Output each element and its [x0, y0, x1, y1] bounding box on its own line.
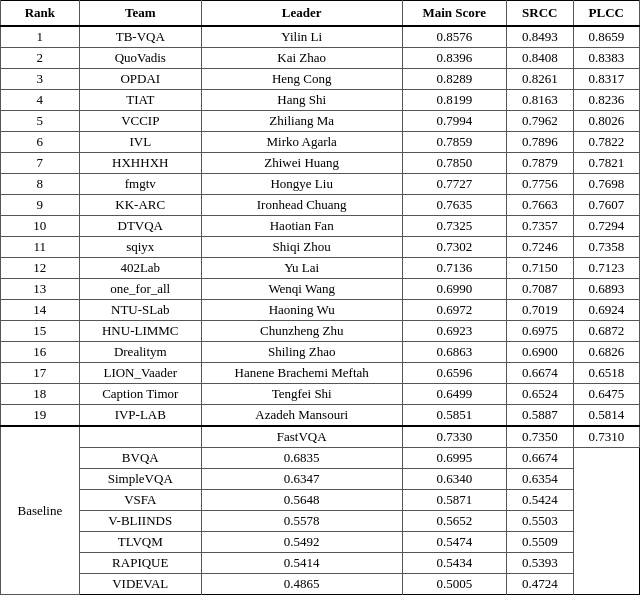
table-cell: 0.8026 — [573, 111, 640, 132]
baseline-row: BVQA0.68350.69950.6674 — [1, 448, 640, 469]
baseline-score: 0.6995 — [402, 448, 507, 469]
table-cell: Shiqi Zhou — [201, 237, 402, 258]
table-cell: DTVQA — [79, 216, 201, 237]
baseline-score: 0.5503 — [507, 511, 573, 532]
leaderboard-container: Rank Team Leader Main Score SRCC PLCC 1T… — [0, 0, 640, 595]
table-cell: IVP-LAB — [79, 405, 201, 427]
baseline-score: 0.5424 — [507, 490, 573, 511]
baseline-row: SimpleVQA0.63470.63400.6354 — [1, 469, 640, 490]
table-row: 14NTU-SLabHaoning Wu0.69720.70190.6924 — [1, 300, 640, 321]
table-row: 17LION_VaaderHanene Brachemi Meftah0.659… — [1, 363, 640, 384]
table-cell: QuoVadis — [79, 48, 201, 69]
table-cell: 0.7087 — [507, 279, 573, 300]
table-cell: Wenqi Wang — [201, 279, 402, 300]
table-cell: Yilin Li — [201, 26, 402, 48]
table-row: 13one_for_allWenqi Wang0.69900.70870.689… — [1, 279, 640, 300]
table-cell: 0.6900 — [507, 342, 573, 363]
table-cell: 19 — [1, 405, 80, 427]
table-cell: 0.6923 — [402, 321, 507, 342]
baseline-score: 0.7330 — [402, 426, 507, 448]
table-cell: 0.8236 — [573, 90, 640, 111]
baseline-score: 0.5578 — [201, 511, 402, 532]
baseline-score: 0.5648 — [201, 490, 402, 511]
baseline-name: VSFA — [79, 490, 201, 511]
baseline-score: 0.5652 — [402, 511, 507, 532]
table-cell: 0.7246 — [507, 237, 573, 258]
table-cell: 402Lab — [79, 258, 201, 279]
table-cell: 0.7150 — [507, 258, 573, 279]
table-cell: IVL — [79, 132, 201, 153]
table-row: 12402LabYu Lai0.71360.71500.7123 — [1, 258, 640, 279]
table-cell: 11 — [1, 237, 80, 258]
table-cell: TB-VQA — [79, 26, 201, 48]
table-cell: 0.5814 — [573, 405, 640, 427]
baseline-score: 0.6347 — [201, 469, 402, 490]
table-cell: 0.6863 — [402, 342, 507, 363]
table-cell: 0.7123 — [573, 258, 640, 279]
table-row: 16DrealitymShiling Zhao0.68630.69000.682… — [1, 342, 640, 363]
baseline-score: 0.5414 — [201, 553, 402, 574]
table-cell: HNU-LIMMC — [79, 321, 201, 342]
table-cell: 1 — [1, 26, 80, 48]
table-cell: 0.8261 — [507, 69, 573, 90]
table-cell: 0.7302 — [402, 237, 507, 258]
header-plcc: PLCC — [573, 1, 640, 27]
table-row: 7HXHHXHZhiwei Huang0.78500.78790.7821 — [1, 153, 640, 174]
table-row: 4TIATHang Shi0.81990.81630.8236 — [1, 90, 640, 111]
table-cell: 0.7635 — [402, 195, 507, 216]
table-cell: 0.8199 — [402, 90, 507, 111]
baseline-label: Baseline — [1, 426, 80, 595]
baseline-score: 0.5492 — [201, 532, 402, 553]
table-cell: Yu Lai — [201, 258, 402, 279]
table-cell: Heng Cong — [201, 69, 402, 90]
baseline-score: 0.6835 — [201, 448, 402, 469]
header-srcc: SRCC — [507, 1, 573, 27]
table-cell: Drealitym — [79, 342, 201, 363]
baseline-team-empty — [79, 426, 201, 448]
baseline-name: VIDEVAL — [79, 574, 201, 595]
baseline-name: BVQA — [79, 448, 201, 469]
table-cell: HXHHXH — [79, 153, 201, 174]
table-cell: 0.8396 — [402, 48, 507, 69]
table-cell: 0.7294 — [573, 216, 640, 237]
baseline-score: 0.5509 — [507, 532, 573, 553]
table-row: 8fmgtvHongye Liu0.77270.77560.7698 — [1, 174, 640, 195]
table-cell: 0.8493 — [507, 26, 573, 48]
table-cell: 0.6975 — [507, 321, 573, 342]
baseline-score: 0.4724 — [507, 574, 573, 595]
table-row: 11sqiyxShiqi Zhou0.73020.72460.7358 — [1, 237, 640, 258]
header-rank: Rank — [1, 1, 80, 27]
table-cell: 0.8576 — [402, 26, 507, 48]
table-cell: 0.7727 — [402, 174, 507, 195]
table-cell: 0.6924 — [573, 300, 640, 321]
table-cell: Kai Zhao — [201, 48, 402, 69]
table-cell: 0.5887 — [507, 405, 573, 427]
table-row: 1TB-VQAYilin Li0.85760.84930.8659 — [1, 26, 640, 48]
table-cell: 0.7850 — [402, 153, 507, 174]
table-cell: 0.7962 — [507, 111, 573, 132]
table-cell: 0.8408 — [507, 48, 573, 69]
table-cell: Ironhead Chuang — [201, 195, 402, 216]
table-cell: LION_Vaader — [79, 363, 201, 384]
table-cell: 0.6596 — [402, 363, 507, 384]
table-cell: 12 — [1, 258, 80, 279]
table-cell: 0.6872 — [573, 321, 640, 342]
table-cell: TIAT — [79, 90, 201, 111]
table-row: 3OPDAIHeng Cong0.82890.82610.8317 — [1, 69, 640, 90]
table-row: 2QuoVadisKai Zhao0.83960.84080.8383 — [1, 48, 640, 69]
table-cell: 0.8289 — [402, 69, 507, 90]
baseline-row: TLVQM0.54920.54740.5509 — [1, 532, 640, 553]
table-row: 9KK-ARCIronhead Chuang0.76350.76630.7607 — [1, 195, 640, 216]
table-cell: sqiyx — [79, 237, 201, 258]
table-cell: one_for_all — [79, 279, 201, 300]
table-row: 5VCCIPZhiliang Ma0.79940.79620.8026 — [1, 111, 640, 132]
baseline-score: 0.7350 — [507, 426, 573, 448]
table-cell: 0.6893 — [573, 279, 640, 300]
table-cell: Hongye Liu — [201, 174, 402, 195]
table-cell: 0.7822 — [573, 132, 640, 153]
table-cell: Mirko Agarla — [201, 132, 402, 153]
table-cell: 0.6674 — [507, 363, 573, 384]
table-cell: 4 — [1, 90, 80, 111]
table-cell: 0.8163 — [507, 90, 573, 111]
table-cell: NTU-SLab — [79, 300, 201, 321]
